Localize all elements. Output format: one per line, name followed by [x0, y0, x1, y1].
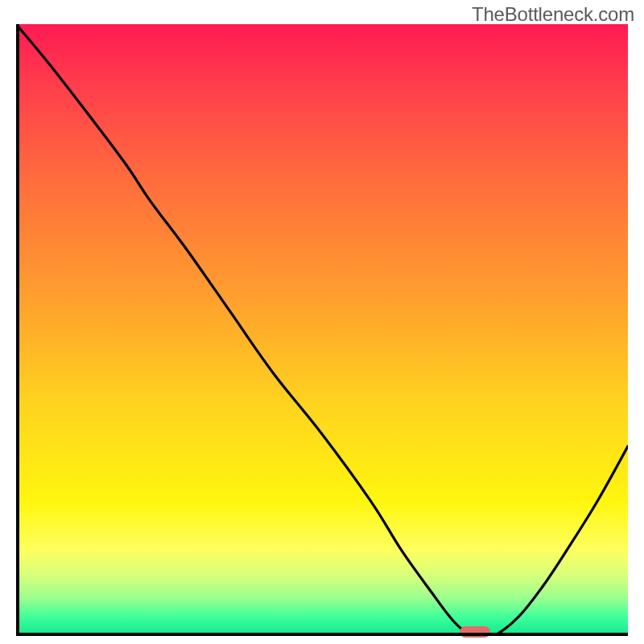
watermark-text: TheBottleneck.com — [472, 3, 634, 26]
y-axis-line — [16, 24, 19, 636]
bottleneck-curve — [16, 24, 628, 636]
x-axis-line — [16, 633, 628, 636]
chart-area — [16, 24, 628, 636]
